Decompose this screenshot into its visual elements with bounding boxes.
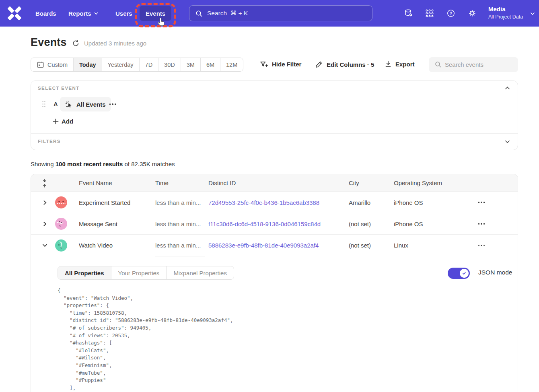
pencil-icon xyxy=(315,60,323,68)
select-event-label: SELECT EVENT xyxy=(38,86,80,91)
city-cell: (not set) xyxy=(349,221,394,227)
event-options-button[interactable] xyxy=(107,97,118,111)
json-mode-toggle[interactable] xyxy=(448,268,470,279)
project-switcher[interactable]: Media All Project Data xyxy=(488,5,523,21)
row-menu-button[interactable] xyxy=(476,221,487,227)
global-search-input[interactable] xyxy=(189,6,372,21)
event-json-view: { "event": "Watch Video", "properties": … xyxy=(58,287,233,392)
query-builder-card: SELECT EVENT A All Events xyxy=(31,80,518,150)
time-cell: less than a min... xyxy=(155,199,208,206)
nav-item-users[interactable]: Users xyxy=(115,0,132,27)
chevron-right-icon[interactable] xyxy=(43,200,47,205)
event-name-cell: Experiment Started xyxy=(73,199,155,206)
tab-all-properties[interactable]: All Properties xyxy=(58,266,111,279)
os-cell: iPhone OS xyxy=(394,199,465,206)
plus-icon xyxy=(53,118,59,124)
check-icon xyxy=(462,271,467,276)
global-search-bar[interactable] xyxy=(189,5,372,21)
chevron-down-icon[interactable] xyxy=(42,243,47,247)
svg-text:?: ? xyxy=(450,11,453,16)
filters-label: FILTERS xyxy=(38,139,61,144)
date-option-6m[interactable]: 6M xyxy=(200,58,220,71)
column-header-distinct-id[interactable]: Distinct ID xyxy=(208,179,349,186)
apps-grid-icon[interactable] xyxy=(425,8,434,18)
event-selector-chip[interactable]: All Events xyxy=(60,97,111,111)
distinct-id-link[interactable]: 72d49553-25fc-4f0c-b436-1b5ac6ab3388 xyxy=(208,199,349,206)
help-icon[interactable]: ? xyxy=(446,8,456,18)
edit-columns-button[interactable]: Edit Columns · 5 xyxy=(315,60,374,68)
tab-your-properties[interactable]: Your Properties xyxy=(111,266,167,279)
date-option-30d[interactable]: 30D xyxy=(158,58,181,71)
calendar-icon xyxy=(37,61,44,68)
chevron-down-icon[interactable] xyxy=(530,12,535,15)
city-cell: Amarillo xyxy=(349,199,394,206)
row-menu-button[interactable] xyxy=(476,242,487,248)
properties-tabs: All Properties Your Properties Mixpanel … xyxy=(58,266,234,280)
date-option-3m[interactable]: 3M xyxy=(181,58,200,71)
column-header-event-name[interactable]: Event Name xyxy=(73,179,155,186)
drag-handle-icon[interactable] xyxy=(42,101,46,109)
collapse-rows-icon[interactable] xyxy=(42,179,47,188)
date-option-today[interactable]: Today xyxy=(73,58,102,71)
event-detail-panel: All Properties Your Properties Mixpanel … xyxy=(31,256,518,392)
funnel-plus-icon xyxy=(260,60,268,68)
row-menu-button[interactable] xyxy=(476,199,487,205)
refresh-icon[interactable] xyxy=(72,39,80,49)
events-search-box[interactable] xyxy=(429,57,518,72)
tab-mixpanel-properties[interactable]: Mixpanel Properties xyxy=(166,266,234,279)
divider xyxy=(31,133,518,134)
nav-item-boards[interactable]: Boards xyxy=(35,0,56,27)
add-event-button[interactable]: Add xyxy=(53,118,73,125)
os-cell: iPhone OS xyxy=(394,221,465,227)
events-search-input[interactable] xyxy=(429,57,518,72)
column-header-city[interactable]: City xyxy=(349,179,394,186)
page-title: Events xyxy=(31,36,67,49)
column-header-time[interactable]: Time xyxy=(155,179,208,186)
table-header-row: Event Name Time Distinct ID City Operati… xyxy=(31,174,518,192)
distinct-id-link[interactable]: 5886283e-e9fb-48fb-81de-40e9093a2af4 xyxy=(208,242,349,249)
last-updated-text: Updated 3 minutes ago xyxy=(84,40,146,47)
toggle-knob xyxy=(460,269,469,278)
project-scope: All Project Data xyxy=(488,13,523,21)
table-row[interactable]: Message Sent less than a min... f11c30d6… xyxy=(31,213,518,235)
sparkle-cursor-icon xyxy=(65,101,73,108)
nav-item-reports[interactable]: Reports xyxy=(68,0,98,27)
nav-item-events[interactable]: Events xyxy=(140,6,171,21)
column-header-os[interactable]: Operating System xyxy=(394,179,465,186)
chevron-down-icon[interactable] xyxy=(505,140,510,143)
time-cell: less than a min... xyxy=(155,242,208,249)
time-cell: less than a min... xyxy=(155,221,208,227)
distinct-id-link[interactable]: f11c30d6-dc6d-4518-9136-0d046159c84d xyxy=(208,221,349,227)
table-row-expanded[interactable]: Watch Video less than a min... 5886283e-… xyxy=(31,235,518,256)
event-avatar xyxy=(55,239,67,252)
event-chip-label: All Events xyxy=(76,101,106,108)
events-page: Boards Reports Users Events xyxy=(0,0,539,392)
date-option-yesterday[interactable]: Yesterday xyxy=(102,58,139,71)
date-option-7d[interactable]: 7D xyxy=(139,58,158,71)
city-cell: (not set) xyxy=(349,242,394,249)
mixpanel-logo-icon[interactable] xyxy=(8,6,21,20)
export-button[interactable]: Export xyxy=(385,60,415,68)
chevron-right-icon[interactable] xyxy=(43,221,47,227)
results-summary: Showing 100 most recent results of 82.35… xyxy=(31,161,175,167)
data-management-icon[interactable] xyxy=(404,8,414,18)
event-name-cell: Watch Video xyxy=(73,242,155,249)
download-icon xyxy=(385,60,392,68)
events-table: Event Name Time Distinct ID City Operati… xyxy=(31,174,518,392)
top-navigation-bar: Boards Reports Users Events xyxy=(0,0,539,27)
nav-item-label: Reports xyxy=(68,10,91,17)
event-avatar xyxy=(55,218,67,230)
date-option-12m[interactable]: 12M xyxy=(220,58,243,71)
event-row-letter: A xyxy=(53,101,58,107)
chevron-up-icon[interactable] xyxy=(505,87,510,90)
event-avatar xyxy=(55,196,67,208)
json-mode-label: JSON mode xyxy=(478,269,512,276)
os-cell: Linux xyxy=(394,242,465,249)
project-name: Media xyxy=(488,5,523,13)
date-option-custom[interactable]: Custom xyxy=(31,58,73,71)
chevron-down-icon xyxy=(94,12,98,15)
table-row[interactable]: Experiment Started less than a min... 72… xyxy=(31,192,518,213)
hide-filter-button[interactable]: Hide Filter xyxy=(260,60,301,68)
date-range-selector: Custom Today Yesterday 7D 30D 3M 6M 12M xyxy=(31,58,243,72)
settings-gear-icon[interactable] xyxy=(467,8,477,18)
